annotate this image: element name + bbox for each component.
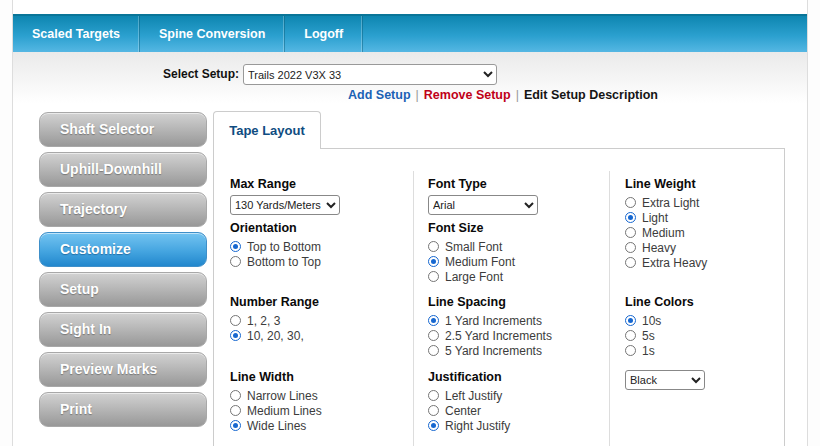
radio-icon bbox=[230, 256, 241, 267]
radio-label: Left Justify bbox=[445, 389, 502, 403]
radio-icon bbox=[625, 330, 636, 341]
radio-1-yard-increments[interactable]: 1 Yard Increments bbox=[428, 313, 552, 328]
radio-icon bbox=[230, 390, 241, 401]
radio-label: 1 Yard Increments bbox=[445, 314, 542, 328]
radio-icon bbox=[428, 241, 439, 252]
sidebar: Shaft Selector Uphill-Downhill Trajector… bbox=[39, 112, 207, 432]
line-spacing-section: Line Spacing 1 Yard Increments 2.5 Yard … bbox=[428, 295, 552, 358]
sidebar-item-customize[interactable]: Customize bbox=[39, 232, 207, 267]
font-type-label: Font Type bbox=[428, 177, 538, 191]
radio-label: Extra Heavy bbox=[642, 256, 707, 270]
line-color-select[interactable]: Black bbox=[625, 370, 705, 390]
sidebar-item-preview-marks[interactable]: Preview Marks bbox=[39, 352, 207, 387]
radio-icon bbox=[428, 330, 439, 341]
radio-label: Center bbox=[445, 404, 481, 418]
sidebar-item-shaft-selector[interactable]: Shaft Selector bbox=[39, 112, 207, 147]
radio-icon bbox=[625, 257, 636, 268]
radio-icon bbox=[428, 405, 439, 416]
radio-label: Right Justify bbox=[445, 419, 510, 433]
radio-extra-light[interactable]: Extra Light bbox=[625, 195, 707, 210]
radio-label: Narrow Lines bbox=[247, 389, 318, 403]
orientation-section: Orientation Top to Bottom Bottom to Top bbox=[230, 221, 321, 269]
add-setup-link[interactable]: Add Setup bbox=[348, 88, 411, 102]
radio-label: 1, 2, 3 bbox=[247, 314, 280, 328]
radio-label: 10s bbox=[642, 314, 661, 328]
radio-narrow-lines[interactable]: Narrow Lines bbox=[230, 388, 322, 403]
line-width-label: Line Width bbox=[230, 370, 322, 384]
radio-label: Light bbox=[642, 211, 668, 225]
radio-medium-font[interactable]: Medium Font bbox=[428, 254, 515, 269]
justification-label: Justification bbox=[428, 370, 510, 384]
radio-medium-lines[interactable]: Medium Lines bbox=[230, 403, 322, 418]
column-divider bbox=[413, 171, 414, 446]
line-spacing-label: Line Spacing bbox=[428, 295, 552, 309]
sidebar-item-trajectory[interactable]: Trajectory bbox=[39, 192, 207, 227]
radio-label: Medium bbox=[642, 226, 685, 240]
radio-icon bbox=[428, 315, 439, 326]
sidebar-item-uphill-downhill[interactable]: Uphill-Downhill bbox=[39, 152, 207, 187]
sidebar-item-setup[interactable]: Setup bbox=[39, 272, 207, 307]
tab-tape-layout[interactable]: Tape Layout bbox=[213, 111, 321, 149]
font-size-label: Font Size bbox=[428, 221, 515, 235]
select-setup-label: Select Setup: bbox=[163, 67, 239, 81]
radio-label: Medium Lines bbox=[247, 404, 322, 418]
radio-center[interactable]: Center bbox=[428, 403, 510, 418]
radio-label: Wide Lines bbox=[247, 419, 306, 433]
link-separator: | bbox=[511, 88, 524, 102]
radio-5s[interactable]: 5s bbox=[625, 328, 694, 343]
radio-icon bbox=[230, 420, 241, 431]
max-range-label: Max Range bbox=[230, 177, 340, 191]
radio-wide-lines[interactable]: Wide Lines bbox=[230, 418, 322, 433]
font-type-select[interactable]: Arial bbox=[428, 195, 538, 215]
tape-layout-panel: Max Range 130 Yards/Meters Orientation T… bbox=[213, 148, 785, 446]
radio-medium[interactable]: Medium bbox=[625, 225, 707, 240]
radio-numbers-123[interactable]: 1, 2, 3 bbox=[230, 313, 319, 328]
top-nav: Scaled Targets Spine Conversion Logoff bbox=[13, 14, 807, 52]
setup-select[interactable]: Trails 2022 V3X 33 bbox=[243, 64, 497, 85]
radio-large-font[interactable]: Large Font bbox=[428, 269, 515, 284]
radio-icon bbox=[625, 315, 636, 326]
radio-icon bbox=[625, 212, 636, 223]
radio-icon bbox=[428, 390, 439, 401]
sidebar-item-sight-in[interactable]: Sight In bbox=[39, 312, 207, 347]
nav-item-logoff[interactable]: Logoff bbox=[285, 16, 363, 52]
radio-bottom-to-top[interactable]: Bottom to Top bbox=[230, 254, 321, 269]
max-range-select[interactable]: 130 Yards/Meters bbox=[230, 195, 340, 215]
radio-5-yard-increments[interactable]: 5 Yard Increments bbox=[428, 343, 552, 358]
sidebar-item-print[interactable]: Print bbox=[39, 392, 207, 427]
radio-icon bbox=[428, 271, 439, 282]
line-weight-label: Line Weight bbox=[625, 177, 707, 191]
line-weight-section: Line Weight Extra Light Light Medium Hea… bbox=[625, 177, 707, 270]
justification-section: Justification Left Justify Center Right … bbox=[428, 370, 510, 433]
line-colors-label: Line Colors bbox=[625, 295, 694, 309]
edit-setup-description-link[interactable]: Edit Setup Description bbox=[524, 88, 658, 102]
setup-links: Add Setup|Remove Setup|Edit Setup Descri… bbox=[263, 88, 743, 102]
radio-heavy[interactable]: Heavy bbox=[625, 240, 707, 255]
radio-label: Medium Font bbox=[445, 255, 515, 269]
line-colors-section: Line Colors 10s 5s 1s bbox=[625, 295, 694, 358]
nav-item-spine-conversion[interactable]: Spine Conversion bbox=[140, 16, 285, 52]
remove-setup-link[interactable]: Remove Setup bbox=[424, 88, 511, 102]
radio-extra-heavy[interactable]: Extra Heavy bbox=[625, 255, 707, 270]
radio-right-justify[interactable]: Right Justify bbox=[428, 418, 510, 433]
radio-label: 1s bbox=[642, 344, 655, 358]
radio-icon bbox=[625, 197, 636, 208]
radio-icon bbox=[625, 345, 636, 356]
radio-left-justify[interactable]: Left Justify bbox=[428, 388, 510, 403]
radio-small-font[interactable]: Small Font bbox=[428, 239, 515, 254]
radio-icon bbox=[428, 345, 439, 356]
line-color-select-section: Black bbox=[625, 370, 705, 390]
radio-label: 5 Yard Increments bbox=[445, 344, 542, 358]
radio-numbers-102030[interactable]: 10, 20, 30, bbox=[230, 328, 319, 343]
nav-item-scaled-targets[interactable]: Scaled Targets bbox=[13, 16, 140, 52]
column-divider bbox=[609, 171, 610, 446]
radio-label: 10, 20, 30, bbox=[247, 329, 304, 343]
radio-1s[interactable]: 1s bbox=[625, 343, 694, 358]
radio-2-5-yard-increments[interactable]: 2.5 Yard Increments bbox=[428, 328, 552, 343]
font-type-section: Font Type Arial bbox=[428, 177, 538, 215]
radio-light[interactable]: Light bbox=[625, 210, 707, 225]
radio-top-to-bottom[interactable]: Top to Bottom bbox=[230, 239, 321, 254]
radio-10s[interactable]: 10s bbox=[625, 313, 694, 328]
radio-label: Small Font bbox=[445, 240, 502, 254]
radio-icon bbox=[625, 242, 636, 253]
